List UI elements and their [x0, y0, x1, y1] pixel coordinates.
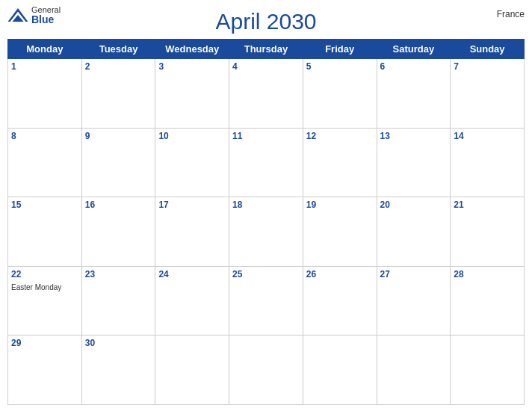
calendar-day-cell [377, 336, 451, 405]
day-number: 18 [232, 200, 300, 210]
calendar-day-cell: 26 [303, 266, 377, 336]
calendar-day-cell [155, 336, 229, 405]
day-number: 10 [158, 131, 226, 141]
calendar-day-cell: 27 [377, 266, 451, 336]
calendar-day-cell: 15 [8, 197, 82, 267]
calendar-day-cell: 21 [451, 197, 525, 267]
weekday-monday: Monday [8, 40, 82, 59]
day-number: 26 [306, 269, 374, 279]
day-event: Easter Monday [11, 283, 61, 291]
day-number: 27 [380, 269, 448, 279]
logo: General Blue [7, 6, 61, 25]
day-number: 6 [380, 61, 448, 72]
calendar-day-cell: 20 [377, 197, 451, 267]
day-number: 17 [158, 200, 226, 210]
day-number: 14 [454, 131, 521, 141]
calendar-wrapper: General Blue April 2030 France Monday Tu… [0, 0, 532, 411]
calendar-day-cell [303, 336, 377, 405]
calendar-day-cell: 19 [303, 197, 377, 267]
day-number: 24 [158, 269, 226, 279]
day-number: 25 [232, 269, 300, 279]
weekday-header-row: Monday Tuesday Wednesday Thursday Friday… [8, 40, 525, 59]
weekday-tuesday: Tuesday [81, 40, 155, 59]
day-number: 16 [85, 200, 152, 210]
calendar-day-cell [229, 336, 303, 405]
calendar-day-cell: 7 [451, 59, 525, 129]
day-number: 3 [158, 61, 226, 72]
day-number: 2 [85, 61, 152, 72]
calendar-day-cell: 17 [155, 197, 229, 267]
day-number: 15 [11, 200, 78, 210]
calendar-day-cell: 14 [451, 128, 525, 197]
weekday-saturday: Saturday [377, 40, 451, 59]
calendar-day-cell: 29 [8, 336, 82, 405]
calendar-day-cell: 12 [303, 128, 377, 197]
calendar-week-row: 2930 [8, 336, 525, 405]
calendar-day-cell: 11 [229, 128, 303, 197]
day-number: 22 [11, 269, 78, 279]
day-number: 9 [85, 131, 152, 141]
calendar-day-cell: 28 [451, 266, 525, 336]
calendar-day-cell: 30 [81, 336, 155, 405]
calendar-week-row: 891011121314 [8, 128, 525, 197]
day-number: 23 [85, 269, 152, 279]
calendar-day-cell: 18 [229, 197, 303, 267]
weekday-friday: Friday [303, 40, 377, 59]
day-number: 7 [454, 61, 521, 72]
day-number: 20 [380, 200, 448, 210]
calendar-week-row: 1234567 [8, 59, 525, 129]
day-number: 8 [11, 131, 78, 141]
calendar-day-cell: 1 [8, 59, 82, 129]
day-number: 28 [454, 269, 521, 279]
calendar-day-cell: 2 [81, 59, 155, 129]
calendar-day-cell: 22Easter Monday [8, 266, 82, 336]
calendar-week-row: 22Easter Monday232425262728 [8, 266, 525, 336]
calendar-week-row: 15161718192021 [8, 197, 525, 267]
day-number: 4 [232, 61, 300, 72]
calendar-day-cell: 3 [155, 59, 229, 129]
day-number: 13 [380, 131, 448, 141]
calendar-day-cell: 8 [8, 128, 82, 197]
day-number: 30 [85, 338, 152, 348]
calendar-day-cell: 23 [81, 266, 155, 336]
day-number: 12 [306, 131, 374, 141]
calendar-day-cell: 6 [377, 59, 451, 129]
day-number: 1 [11, 61, 78, 72]
day-number: 5 [306, 61, 374, 72]
logo-blue-text: Blue [31, 14, 54, 25]
weekday-thursday: Thursday [229, 40, 303, 59]
day-number: 21 [454, 200, 521, 210]
calendar-day-cell: 10 [155, 128, 229, 197]
logo-icon [7, 8, 28, 22]
calendar-day-cell [451, 336, 525, 405]
calendar-day-cell: 5 [303, 59, 377, 129]
day-number: 11 [232, 131, 300, 141]
weekday-sunday: Sunday [451, 40, 525, 59]
weekday-wednesday: Wednesday [155, 40, 229, 59]
calendar-day-cell: 13 [377, 128, 451, 197]
day-number: 19 [306, 200, 374, 210]
calendar-day-cell: 25 [229, 266, 303, 336]
calendar-title: April 2030 [215, 9, 316, 34]
calendar-day-cell: 9 [81, 128, 155, 197]
country-label: France [497, 9, 525, 19]
calendar-day-cell: 4 [229, 59, 303, 129]
calendar-day-cell: 24 [155, 266, 229, 336]
calendar-day-cell: 16 [81, 197, 155, 267]
calendar-table: Monday Tuesday Wednesday Thursday Friday… [7, 39, 525, 405]
calendar-header: General Blue April 2030 France [7, 6, 525, 34]
day-number: 29 [11, 338, 78, 348]
